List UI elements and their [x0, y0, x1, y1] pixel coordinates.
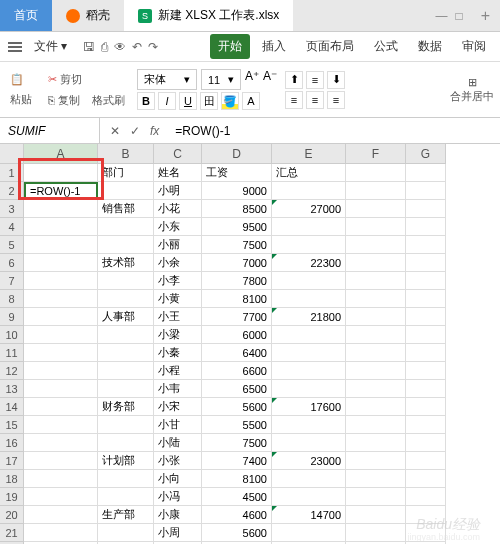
- cell[interactable]: 小陆: [154, 434, 202, 452]
- cell[interactable]: [406, 290, 446, 308]
- bold-button[interactable]: B: [137, 92, 155, 110]
- cell[interactable]: 财务部: [98, 398, 154, 416]
- cell[interactable]: [346, 164, 406, 182]
- row-header[interactable]: 8: [0, 290, 24, 308]
- cell[interactable]: [98, 488, 154, 506]
- cell[interactable]: [272, 362, 346, 380]
- cell[interactable]: [24, 416, 98, 434]
- cell[interactable]: 小东: [154, 218, 202, 236]
- font-color-button[interactable]: A: [242, 92, 260, 110]
- cell[interactable]: [24, 470, 98, 488]
- cell[interactable]: [346, 236, 406, 254]
- col-header-g[interactable]: G: [406, 144, 446, 164]
- cell[interactable]: 9000: [202, 182, 272, 200]
- align-right-icon[interactable]: ≡: [327, 91, 345, 109]
- tab-formula[interactable]: 公式: [366, 34, 406, 59]
- cell[interactable]: [346, 488, 406, 506]
- cell[interactable]: [272, 416, 346, 434]
- cell[interactable]: [346, 308, 406, 326]
- cell[interactable]: [406, 308, 446, 326]
- cell[interactable]: [272, 182, 346, 200]
- cell[interactable]: [98, 434, 154, 452]
- align-top-icon[interactable]: ⬆: [285, 71, 303, 89]
- cell[interactable]: 小秦: [154, 344, 202, 362]
- format-painter-button[interactable]: 格式刷: [88, 91, 129, 110]
- italic-button[interactable]: I: [158, 92, 176, 110]
- cell[interactable]: [272, 524, 346, 542]
- cell[interactable]: [406, 398, 446, 416]
- cell[interactable]: [272, 470, 346, 488]
- fill-color-button[interactable]: 🪣: [221, 92, 239, 110]
- cell[interactable]: 小韦: [154, 380, 202, 398]
- cell[interactable]: [24, 452, 98, 470]
- row-header[interactable]: 6: [0, 254, 24, 272]
- cell[interactable]: [406, 488, 446, 506]
- cell[interactable]: 4500: [202, 488, 272, 506]
- cell[interactable]: 4600: [202, 506, 272, 524]
- border-button[interactable]: 田: [200, 92, 218, 110]
- cell[interactable]: 6000: [202, 326, 272, 344]
- row-header[interactable]: 12: [0, 362, 24, 380]
- fx-icon[interactable]: fx: [150, 124, 159, 138]
- row-header[interactable]: 16: [0, 434, 24, 452]
- col-header-c[interactable]: C: [154, 144, 202, 164]
- row-header[interactable]: 11: [0, 344, 24, 362]
- restore-icon[interactable]: □: [455, 9, 462, 23]
- name-box[interactable]: SUMIF: [0, 118, 100, 143]
- cell[interactable]: 生产部: [98, 506, 154, 524]
- cell[interactable]: [346, 326, 406, 344]
- cell[interactable]: 技术部: [98, 254, 154, 272]
- cell[interactable]: 27000: [272, 200, 346, 218]
- row-header[interactable]: 9: [0, 308, 24, 326]
- cell[interactable]: [24, 362, 98, 380]
- cell[interactable]: 小王: [154, 308, 202, 326]
- cell[interactable]: 7500: [202, 434, 272, 452]
- cell[interactable]: [346, 470, 406, 488]
- underline-button[interactable]: U: [179, 92, 197, 110]
- cell[interactable]: 小明: [154, 182, 202, 200]
- cell[interactable]: [406, 182, 446, 200]
- paste-button[interactable]: 📋: [6, 71, 36, 88]
- confirm-icon[interactable]: ✓: [130, 124, 140, 138]
- row-header[interactable]: 20: [0, 506, 24, 524]
- cell[interactable]: 人事部: [98, 308, 154, 326]
- cell[interactable]: [98, 182, 154, 200]
- cell[interactable]: 22300: [272, 254, 346, 272]
- cell[interactable]: [406, 452, 446, 470]
- cell[interactable]: 7400: [202, 452, 272, 470]
- cell[interactable]: [98, 344, 154, 362]
- col-header-d[interactable]: D: [202, 144, 272, 164]
- select-all-corner[interactable]: [0, 144, 24, 164]
- cell[interactable]: [24, 326, 98, 344]
- cell[interactable]: [272, 488, 346, 506]
- tab-insert[interactable]: 插入: [254, 34, 294, 59]
- cell[interactable]: [98, 290, 154, 308]
- cell[interactable]: =ROW()-1: [24, 182, 98, 200]
- cell[interactable]: [346, 290, 406, 308]
- cell[interactable]: [346, 398, 406, 416]
- tab-home[interactable]: 首页: [0, 0, 52, 31]
- cell[interactable]: [24, 236, 98, 254]
- cell[interactable]: [406, 272, 446, 290]
- cell[interactable]: [272, 344, 346, 362]
- cell[interactable]: 工资: [202, 164, 272, 182]
- row-header[interactable]: 18: [0, 470, 24, 488]
- row-header[interactable]: 1: [0, 164, 24, 182]
- cell[interactable]: 小宋: [154, 398, 202, 416]
- cell[interactable]: [24, 344, 98, 362]
- save-icon[interactable]: 🖫: [83, 40, 95, 54]
- cell[interactable]: 小李: [154, 272, 202, 290]
- align-middle-icon[interactable]: ≡: [306, 71, 324, 89]
- cell[interactable]: 销售部: [98, 200, 154, 218]
- cell[interactable]: [272, 236, 346, 254]
- cell[interactable]: [406, 344, 446, 362]
- file-menu[interactable]: 文件 ▾: [26, 34, 75, 59]
- cell[interactable]: [346, 434, 406, 452]
- cell[interactable]: 7000: [202, 254, 272, 272]
- cell[interactable]: [24, 218, 98, 236]
- cell[interactable]: [98, 362, 154, 380]
- align-left-icon[interactable]: ≡: [285, 91, 303, 109]
- cell[interactable]: [406, 380, 446, 398]
- preview-icon[interactable]: 👁: [114, 40, 126, 54]
- cell[interactable]: [98, 272, 154, 290]
